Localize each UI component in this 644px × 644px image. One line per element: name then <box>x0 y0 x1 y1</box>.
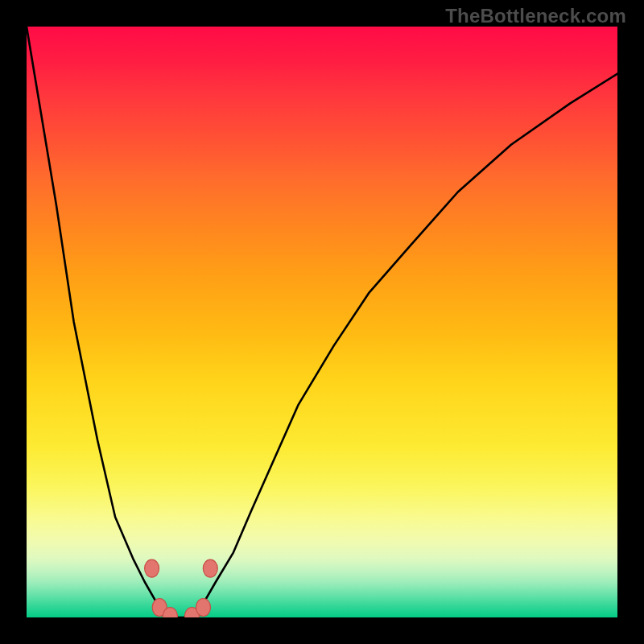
plot-region <box>27 27 617 617</box>
bottleneck-curve <box>27 27 617 617</box>
curve-dot <box>203 559 217 577</box>
curve-path <box>27 27 617 617</box>
attribution-watermark: TheBottleneck.com <box>445 5 626 27</box>
curve-dot <box>145 559 159 577</box>
chart-stage: TheBottleneck.com <box>0 0 644 644</box>
curve-dot <box>196 599 211 617</box>
dot-layer <box>145 559 218 617</box>
